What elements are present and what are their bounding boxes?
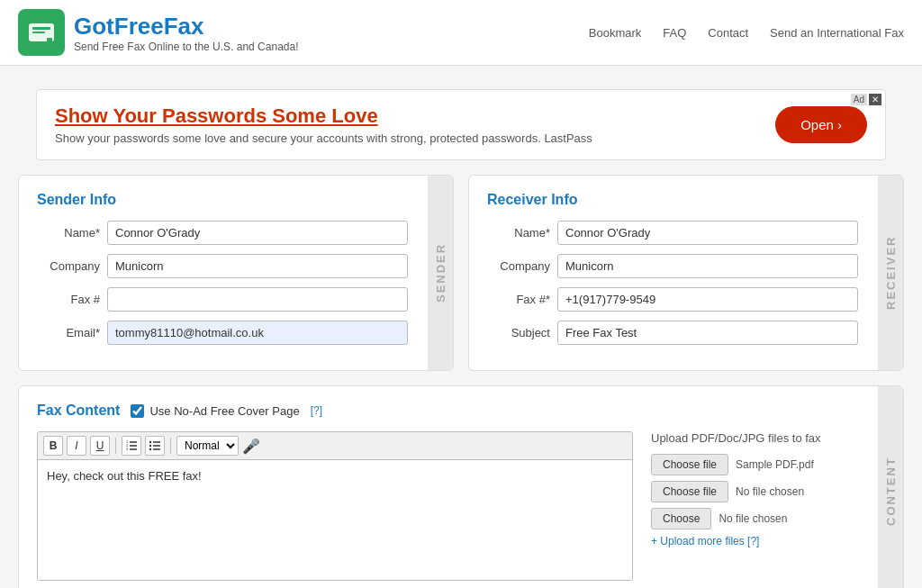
receiver-card: Receiver Info Name* Company Fax #* Subje…	[468, 175, 904, 371]
receiver-fax-label: Fax #*	[487, 293, 550, 306]
receiver-subject-label: Subject	[487, 326, 550, 339]
unordered-list-button[interactable]	[145, 436, 165, 456]
cover-page-label[interactable]: Use No-Ad Free Cover Page	[131, 404, 299, 418]
sender-email-input[interactable]	[107, 321, 408, 345]
file-row-2: Choose file No file chosen	[651, 481, 885, 502]
ad-label-area: Ad ✕	[851, 94, 881, 105]
mic-button[interactable]: 🎤	[242, 438, 260, 455]
ad-headline: Show Your Passwords Some Love	[55, 104, 592, 128]
svg-text:3: 3	[126, 447, 129, 451]
sender-email-label: Email*	[37, 326, 100, 339]
ordered-list-button[interactable]: 123	[122, 436, 141, 456]
sender-name-input[interactable]	[107, 221, 408, 245]
sender-company-input[interactable]	[107, 254, 408, 278]
file-row-3: Choose No file chosen	[651, 508, 885, 529]
ad-body: Show your passwords some love and secure…	[55, 131, 592, 145]
upload-title: Upload PDF/Doc/JPG files to fax	[651, 431, 885, 445]
content-inner: B I U 123 Normal 🎤 Hey, che	[37, 431, 885, 581]
italic-button[interactable]: I	[67, 436, 86, 456]
sender-card: Sender Info Name* Company Fax # Email* S…	[18, 175, 454, 371]
header: GotFreeFax Send Free Fax Online to the U…	[0, 0, 922, 66]
receiver-company-row: Company	[487, 254, 885, 278]
receiver-company-input[interactable]	[557, 254, 858, 278]
sender-email-row: Email*	[37, 321, 435, 345]
ad-text-label: Ad	[851, 94, 867, 105]
nav-contact[interactable]: Contact	[708, 26, 748, 40]
cover-page-help[interactable]: [?]	[311, 404, 322, 417]
receiver-subject-input[interactable]	[557, 321, 858, 345]
content-card: Fax Content Use No-Ad Free Cover Page [?…	[18, 385, 904, 588]
sender-name-row: Name*	[37, 221, 435, 245]
content-header: Fax Content Use No-Ad Free Cover Page [?…	[37, 403, 885, 419]
content-side-label: CONTENT	[878, 386, 903, 588]
upload-more-area: + Upload more files [?]	[651, 535, 885, 547]
receiver-title: Receiver Info	[487, 192, 885, 208]
logo-area: GotFreeFax Send Free Fax Online to the U…	[18, 9, 298, 56]
svg-point-14	[149, 445, 151, 447]
file-name-1: Sample PDF.pdf	[736, 458, 814, 471]
toolbar-divider-2	[170, 438, 171, 454]
ad-banner: Ad ✕ Show Your Passwords Some Love Show …	[36, 89, 886, 160]
receiver-name-input[interactable]	[557, 221, 858, 245]
file-name-2: No file chosen	[736, 485, 804, 498]
sender-fax-input[interactable]	[107, 287, 408, 312]
upload-more-link[interactable]: + Upload more files	[651, 535, 745, 547]
file-row-1: Choose file Sample PDF.pdf	[651, 454, 885, 475]
ad-close-button[interactable]: ✕	[869, 94, 881, 105]
main-content: Ad ✕ Show Your Passwords Some Love Show …	[0, 66, 922, 588]
toolbar-divider-1	[115, 438, 116, 454]
nav-international[interactable]: Send an International Fax	[770, 26, 904, 40]
cover-page-text: Use No-Ad Free Cover Page	[149, 404, 299, 418]
file-name-3: No file chosen	[719, 512, 787, 525]
nav-faq[interactable]: FAQ	[663, 26, 686, 40]
cover-page-checkbox[interactable]	[131, 404, 144, 418]
site-title: GotFreeFax	[74, 13, 298, 41]
sender-fax-label: Fax #	[37, 293, 100, 306]
sender-company-row: Company	[37, 254, 435, 278]
svg-rect-3	[47, 38, 52, 43]
underline-button[interactable]: U	[90, 436, 110, 456]
editor-toolbar: B I U 123 Normal 🎤	[38, 432, 632, 460]
upload-area: Upload PDF/Doc/JPG files to fax Choose f…	[651, 431, 885, 581]
receiver-fax-row: Fax #*	[487, 287, 885, 312]
receiver-fax-input[interactable]	[557, 287, 858, 312]
receiver-name-row: Name*	[487, 221, 885, 245]
choose-file-button-3[interactable]: Choose	[651, 508, 711, 529]
sender-company-label: Company	[37, 259, 100, 273]
logo-text: GotFreeFax Send Free Fax Online to the U…	[74, 13, 298, 53]
sender-side-label: SENDER	[428, 176, 453, 370]
ad-open-button[interactable]: Open ›	[775, 106, 867, 143]
font-size-select[interactable]: Normal	[176, 436, 239, 456]
svg-rect-1	[32, 27, 50, 30]
editor-textarea[interactable]: Hey, check out this FREE fax!	[38, 460, 632, 577]
upload-more-help[interactable]: [?]	[747, 535, 759, 547]
receiver-company-label: Company	[487, 259, 550, 273]
receiver-name-label: Name*	[487, 226, 550, 240]
logo-icon	[18, 9, 65, 56]
info-forms-row: Sender Info Name* Company Fax # Email* S…	[18, 175, 904, 371]
choose-file-button-2[interactable]: Choose file	[651, 481, 728, 502]
svg-point-15	[149, 448, 151, 450]
nav-bookmark[interactable]: Bookmark	[589, 26, 642, 40]
svg-rect-2	[32, 32, 45, 33]
sender-fax-row: Fax #	[37, 287, 435, 312]
main-nav: Bookmark FAQ Contact Send an Internation…	[589, 26, 904, 40]
ad-text-area: Show Your Passwords Some Love Show your …	[55, 104, 592, 145]
sender-title: Sender Info	[37, 192, 435, 208]
svg-point-13	[149, 441, 151, 443]
receiver-subject-row: Subject	[487, 321, 885, 345]
editor-area: B I U 123 Normal 🎤 Hey, che	[37, 431, 633, 581]
receiver-side-label: RECEIVER	[878, 176, 903, 370]
sender-name-label: Name*	[37, 226, 100, 240]
content-title: Fax Content	[37, 403, 120, 419]
choose-file-button-1[interactable]: Choose file	[651, 454, 728, 475]
bold-button[interactable]: B	[43, 436, 63, 456]
site-subtitle: Send Free Fax Online to the U.S. and Can…	[74, 41, 298, 53]
